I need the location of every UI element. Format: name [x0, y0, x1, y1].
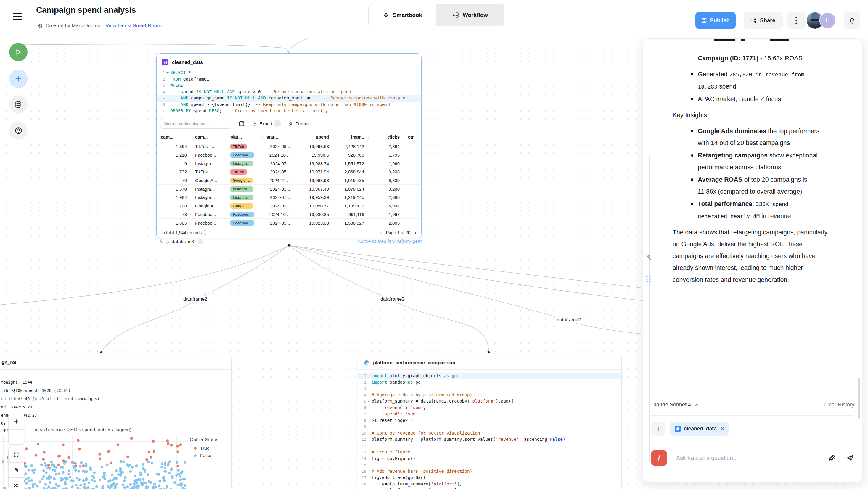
node-title: platform_performance_comparison [373, 360, 455, 366]
chart-title-fragment: ign [1, 427, 8, 432]
attachment-icon[interactable] [828, 454, 836, 462]
column-header[interactable]: plat... [226, 134, 262, 140]
node-title: cleaned_data [172, 60, 203, 65]
column-header[interactable]: clicks [368, 134, 404, 140]
context-chip-cleaned-data[interactable]: cleaned_data × [670, 422, 728, 436]
help-button[interactable] [9, 121, 28, 140]
assistant-message: Campaign (ID: 1771) - 15.63x ROASGenerat… [673, 52, 828, 290]
plus-icon [13, 419, 19, 425]
data-sources-button[interactable] [9, 95, 28, 114]
zoom-in-button[interactable] [8, 414, 24, 429]
publish-grid-icon [701, 18, 707, 23]
tab-label: Workflow [463, 12, 488, 18]
drag-handle[interactable] [646, 276, 651, 283]
page-title: Campaign spend analysis [36, 5, 136, 15]
workflow-app: dataframe2 dataframe2 dataframe2 datafra… [0, 0, 868, 489]
model-selector[interactable]: Claude Sonnet 4 [651, 402, 699, 408]
send-icon[interactable] [846, 454, 855, 462]
add-context-button[interactable]: + [651, 422, 665, 436]
records-count: In total 1,944 recordsi [161, 230, 207, 235]
message-gutter-line [649, 156, 650, 462]
play-icon [14, 48, 22, 56]
legend-dot-false [194, 454, 196, 457]
avatar-user-l[interactable]: L [819, 12, 836, 29]
table-row: 1,218Faceboo...Faceboo...2024-10-...19,9… [157, 151, 421, 159]
format-button[interactable]: Format [288, 121, 310, 126]
search-table-columns-input[interactable]: Search table columns... [160, 118, 231, 129]
python-code-editor[interactable]: 1import plotly.graph_objects as go2impor… [358, 373, 621, 489]
platform-badge: Instagra... [230, 186, 253, 192]
node-output-dataframe2[interactable]: ↳ ◇ dataframe2 ⋮ [159, 239, 203, 245]
platform-badge: Instagra... [230, 195, 253, 200]
more-menu-button[interactable] [787, 12, 806, 29]
column-header[interactable]: cam... [191, 134, 226, 140]
zoom-out-button[interactable] [8, 429, 24, 445]
publish-button[interactable]: Publish [695, 12, 736, 29]
column-header[interactable]: spend [298, 134, 333, 140]
question-icon [14, 127, 23, 135]
download-icon [252, 121, 257, 126]
dataframe-diamond-icon: ◇ [166, 239, 169, 245]
share-label: Share [760, 17, 775, 24]
legend-label: True [200, 446, 209, 451]
legend-item-false[interactable]: False [194, 453, 218, 458]
platform-badge: Faceboo... [230, 152, 254, 158]
node-cleaned-data[interactable]: cleaned_data 1SELECT *2FROM dataframe13W… [156, 53, 422, 238]
shuffle-layout-button[interactable] [8, 478, 24, 489]
smartbook-atom-icon [383, 12, 389, 18]
export-options-chevron[interactable] [274, 120, 281, 127]
kebab-icon [796, 17, 797, 24]
lock-view-button[interactable] [8, 462, 24, 478]
plus-icon [14, 74, 23, 83]
column-header[interactable]: star... [262, 134, 298, 140]
legend-label: False [200, 453, 211, 458]
legend-dot-true [194, 447, 196, 450]
add-node-button[interactable] [9, 69, 28, 88]
share-icon [751, 18, 757, 23]
context-chip-label: cleaned_data [684, 426, 717, 432]
unpin-icon[interactable] [645, 254, 652, 262]
platform-badge: TikTok [230, 169, 247, 175]
bell-icon [849, 17, 856, 24]
table-row: 1,364TikTok - ...TikTok2024-09...19,993.… [157, 142, 421, 151]
tab-smartbook[interactable]: Smartbook [369, 4, 436, 26]
share-button[interactable]: Share [744, 12, 783, 29]
view-latest-smart-report-link[interactable]: View Latest Smart Report [105, 23, 162, 29]
column-header[interactable]: cam... [157, 134, 191, 140]
auto-focus-note: Auto-Focused by Analyst Agent [308, 239, 422, 244]
run-workflow-button[interactable] [9, 43, 28, 61]
column-header[interactable]: ctr [404, 134, 421, 140]
prev-page-icon[interactable]: ‹ [380, 230, 382, 236]
chevron-up-icon [694, 403, 699, 407]
platform-badge: Instagra... [230, 161, 253, 166]
shuffle-icon [13, 483, 19, 488]
table-row: 73Faceboo...Faceboo...2024-10-...19,930.… [157, 210, 421, 219]
table-row: 1,578Instagra...Instagra...2024-03...19,… [157, 185, 421, 193]
panel-scrollbar[interactable] [858, 378, 860, 419]
edge-label-dataframe2: dataframe2 [379, 296, 406, 302]
node-platform-performance-comparison[interactable]: platform_performance_comparison 1import … [358, 354, 622, 489]
menu-icon[interactable] [13, 13, 23, 21]
format-icon [288, 121, 293, 126]
table-row: 1,685Faceboo...Faceboo...2024-05...19,92… [157, 219, 421, 227]
clear-history-button[interactable]: Clear History [824, 402, 855, 408]
remove-context-icon[interactable]: × [721, 426, 724, 432]
export-button[interactable]: Export [252, 120, 281, 127]
legend-item-true[interactable]: True [194, 446, 218, 451]
sql-code-editor[interactable]: 1SELECT *2FROM dataframe13WHERE4 spend I… [157, 69, 421, 114]
tab-workflow[interactable]: Workflow [436, 4, 504, 26]
info-icon[interactable]: i [203, 230, 207, 235]
output-options-icon[interactable]: ⋮ [198, 239, 203, 244]
ask-question-input[interactable]: Ask Fabi.ai a question... [676, 455, 828, 461]
fit-view-button[interactable] [8, 447, 24, 462]
next-page-icon[interactable]: › [414, 230, 416, 236]
notifications-button[interactable] [844, 12, 860, 29]
fullscreen-icon [13, 452, 19, 458]
node-campaign-roi[interactable]: gn_roi mpaigns: 1944ith ≥$10k spend: 102… [0, 354, 231, 489]
table-row: 1,984Instagra...Instagra...2024-07...19,… [157, 193, 421, 202]
mode-toggle: Smartbook Workflow [368, 4, 504, 26]
export-label: Export [259, 121, 272, 126]
return-arrow-icon: ↳ [159, 239, 163, 245]
expand-table-icon[interactable] [239, 121, 245, 126]
column-header[interactable]: impr... [333, 134, 368, 140]
